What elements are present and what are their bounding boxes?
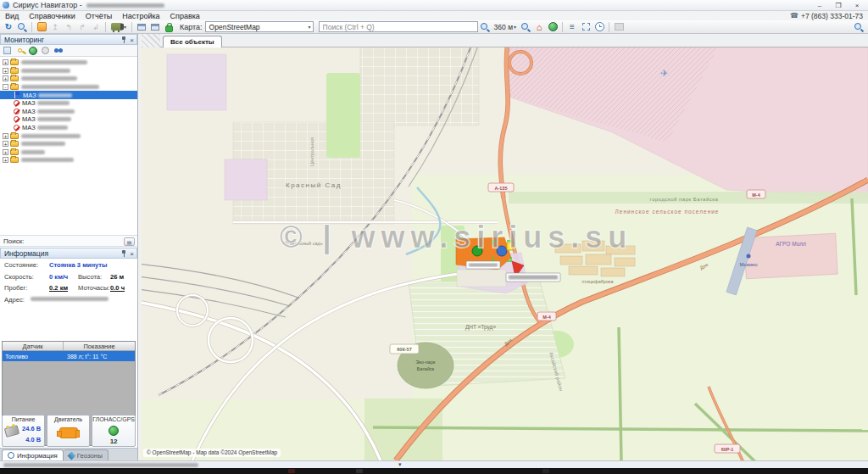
svg-text:60Р-1: 60Р-1: [721, 447, 734, 452]
sensor-col-header[interactable]: Датчик: [3, 342, 64, 350]
tree-folder[interactable]: +: [0, 156, 137, 165]
tab-geozones[interactable]: Геозоны: [64, 449, 108, 460]
status-dropdown-icon[interactable]: ▾: [398, 461, 402, 468]
airport-icon: ✈: [660, 68, 668, 78]
globe-icon[interactable]: [547, 21, 559, 33]
engine-icon: [59, 427, 78, 438]
close-panel-icon[interactable]: ×: [130, 250, 134, 258]
home-icon[interactable]: ⌂: [533, 21, 545, 33]
geozone-tool-icon[interactable]: [36, 21, 47, 33]
speed-value: 0 км/ч: [49, 273, 68, 281]
scale-select[interactable]: 360 м ▾: [492, 23, 519, 31]
vehicle-menu-icon[interactable]: ▾: [109, 21, 128, 33]
lock-icon[interactable]: [163, 21, 175, 33]
tree-vehicle-selected[interactable]: МАЗ: [0, 91, 137, 99]
tab-information-label: Информация: [17, 452, 58, 460]
map-canvas[interactable]: Эко-парк Батайск: [142, 47, 868, 460]
vehicle-label: МАЗ: [23, 92, 36, 99]
chevron-down-icon: ▾: [309, 24, 311, 30]
info-panel-header: Информация ×: [0, 248, 137, 259]
svg-text:Красный Сад: Красный Сад: [286, 181, 342, 189]
list-icon[interactable]: ≡: [566, 21, 578, 33]
gauges-row: Питание 24.6 В 4.0 В Двигатель ГЛОНАСС/G…: [0, 414, 137, 448]
refresh-icon[interactable]: ↻: [3, 21, 14, 33]
sensor-value: 388 л; t°: 11 °C: [64, 354, 135, 360]
table-row[interactable]: Топливо 388 л; t°: 11 °C: [3, 351, 135, 361]
status-icon[interactable]: [41, 46, 50, 55]
tree-folder[interactable]: +: [0, 75, 137, 83]
chevron-down-icon: ▾: [514, 24, 516, 30]
svg-text:М-4: М-4: [542, 315, 551, 320]
show-on-map-icon[interactable]: [28, 46, 37, 55]
map-provider-select[interactable]: OpenStreetMap ▾: [205, 21, 314, 32]
phone-number: +7 (863) 333-01-73: [801, 12, 863, 20]
mileage-label: Пробег:: [4, 284, 27, 292]
tree-folder[interactable]: +: [0, 140, 137, 148]
disabled-panel-icon: [613, 21, 625, 33]
tree-vehicle[interactable]: МАЗ: [0, 108, 137, 116]
tab-information[interactable]: Информация: [2, 449, 64, 460]
place-marker[interactable]: [747, 254, 751, 259]
mileage-value[interactable]: 0.2 км: [49, 284, 68, 292]
tree-folder[interactable]: +: [0, 148, 137, 157]
history-clock-icon[interactable]: [593, 21, 605, 33]
layers-icon[interactable]: [3, 46, 12, 55]
svg-text:ДНТ «Труд»: ДНТ «Труд»: [465, 324, 496, 331]
tree-vehicle[interactable]: МАЗ: [0, 99, 137, 108]
title-bar: Сириус Навигатор - – ❒ ×: [0, 0, 868, 11]
tree-folder-expanded[interactable]: -: [0, 83, 137, 92]
search-object-icon[interactable]: [16, 21, 28, 33]
window-title: Сириус Навигатор -: [13, 1, 82, 9]
window-layout-icon[interactable]: [136, 21, 147, 33]
address-value-blurred: [31, 297, 108, 301]
quick-search-icon[interactable]: [853, 21, 865, 33]
key-icon[interactable]: [15, 46, 25, 55]
zoom-out-icon[interactable]: [520, 21, 531, 33]
menu-reports[interactable]: Отчёты: [81, 12, 117, 20]
tree-folder[interactable]: +: [0, 67, 137, 75]
tree-folder[interactable]: +: [0, 59, 137, 67]
monitoring-toolbar: [0, 45, 137, 57]
maximize-button[interactable]: ❒: [829, 0, 848, 10]
binoculars-icon[interactable]: [53, 46, 63, 55]
map-svg: Эко-парк Батайск: [142, 47, 868, 460]
minimize-button[interactable]: –: [810, 0, 829, 10]
power-voltage-main: 24.6 В: [22, 425, 41, 432]
map-tab-all-objects[interactable]: Все объекты: [163, 36, 222, 48]
window-layout2-icon[interactable]: [149, 21, 161, 33]
scale-value: 360 м: [494, 23, 513, 31]
geozone-icon: [67, 451, 75, 460]
pin-icon[interactable]: [121, 250, 126, 258]
no-entry-icon: [14, 100, 19, 106]
zoom-in-icon[interactable]: [479, 21, 491, 33]
close-panel-icon[interactable]: ×: [130, 36, 134, 44]
search-input[interactable]: [319, 21, 478, 32]
vehicle-label: МАЗ: [22, 115, 36, 123]
status-bar: ▾: [0, 460, 868, 468]
fullscreen-icon[interactable]: [580, 21, 592, 33]
window-title-blurred: [86, 3, 164, 8]
clock-icon: [8, 452, 14, 459]
tree-vehicle[interactable]: МАЗ: [0, 115, 137, 124]
hours-value[interactable]: 0.0 ч: [110, 284, 125, 292]
menu-settings[interactable]: Настройка: [117, 12, 164, 20]
map-tab-strip: [142, 34, 868, 47]
monitoring-tree: + + + - МАЗ МАЗ МАЗ МАЗ МАЗ + + + +: [0, 57, 137, 165]
pin-icon[interactable]: [121, 36, 126, 44]
altitude-label: Высота:: [78, 273, 102, 281]
value-col-header[interactable]: Показание: [64, 342, 135, 350]
close-button[interactable]: ×: [848, 0, 866, 10]
menu-view[interactable]: Вид: [0, 12, 24, 20]
menu-directories[interactable]: Справочники: [24, 12, 81, 20]
agro-mall: АГРО Молл: [744, 233, 837, 279]
route-add-icon: ↱: [76, 21, 88, 33]
power-label: Питание: [3, 416, 44, 422]
menu-help[interactable]: Справка: [165, 12, 205, 20]
main-toolbar: ↻ ↥ ↰ ↱ ↲ ▾ Карта: OpenStreetMap ▾ 360 м…: [0, 20, 868, 34]
tree-vehicle[interactable]: МАЗ: [0, 124, 137, 132]
search-options-icon[interactable]: ▤: [124, 237, 135, 246]
tree-folder[interactable]: +: [0, 131, 137, 140]
svg-text:Мокино: Мокино: [739, 262, 758, 267]
phone-icon: ☎: [790, 12, 798, 20]
power-voltage-backup: 4.0 В: [25, 436, 41, 443]
